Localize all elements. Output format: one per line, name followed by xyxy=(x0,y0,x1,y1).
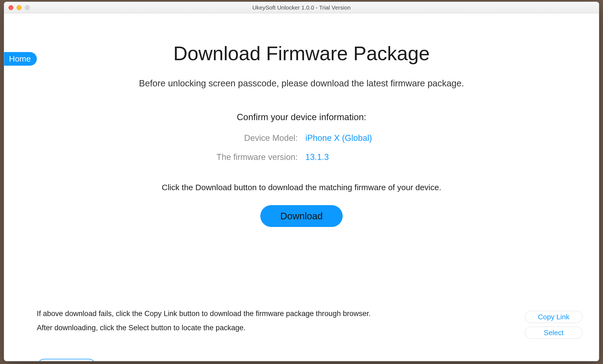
download-instruction: Click the Download button to download th… xyxy=(4,183,599,192)
side-buttons: Copy Link Select xyxy=(525,311,583,339)
close-icon[interactable] xyxy=(8,5,13,10)
download-button[interactable]: Download xyxy=(260,205,343,227)
maximize-icon[interactable] xyxy=(25,5,30,10)
content-area: Home Download Firmware Package Before un… xyxy=(4,42,599,361)
window-title: UkeySoft Unlocker 1.0.0 - Trial Version xyxy=(4,4,599,11)
help-text: If above download fails, click the Copy … xyxy=(37,307,371,335)
minimize-icon[interactable] xyxy=(17,5,22,10)
help-line-1: If above download fails, click the Copy … xyxy=(37,307,371,321)
select-button[interactable]: Select xyxy=(525,327,583,339)
page-title: Download Firmware Package xyxy=(4,42,599,65)
device-model-label: Device Model: xyxy=(165,133,298,143)
app-window: UkeySoft Unlocker 1.0.0 - Trial Version … xyxy=(4,2,599,361)
confirm-info-label: Confirm your device information: xyxy=(4,112,599,122)
device-info-grid: Device Model: iPhone X (Global) The firm… xyxy=(165,133,438,162)
copy-link-button[interactable]: Copy Link xyxy=(525,311,583,323)
firmware-version-label: The firmware version: xyxy=(165,152,298,162)
help-line-2: After downloading, click the Select butt… xyxy=(37,321,371,335)
home-tab[interactable]: Home xyxy=(4,52,37,66)
firmware-version-value[interactable]: 13.1.3 xyxy=(305,152,438,162)
back-button[interactable]: Back xyxy=(37,359,96,361)
titlebar: UkeySoft Unlocker 1.0.0 - Trial Version xyxy=(4,2,599,13)
page-subtitle: Before unlocking screen passcode, please… xyxy=(4,78,599,89)
traffic-lights xyxy=(4,5,30,10)
device-model-value[interactable]: iPhone X (Global) xyxy=(305,133,438,143)
